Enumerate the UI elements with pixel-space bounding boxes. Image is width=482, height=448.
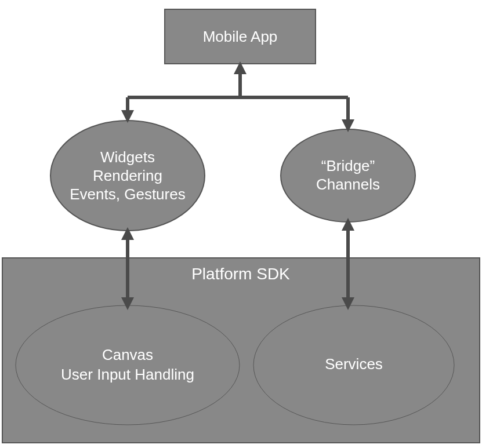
canvas-label-line1: Canvas (102, 346, 153, 363)
services-label: Services (325, 355, 383, 373)
connector-app-to-nodes (121, 61, 354, 132)
widgets-label-line2: Rendering (93, 167, 162, 184)
widgets-label-line1: Widgets (100, 148, 155, 166)
platform-sdk-title: Platform SDK (191, 265, 290, 283)
architecture-diagram: Platform SDK Canvas User Input Handling … (0, 0, 482, 448)
bridge-label-line1: “Bridge” (321, 157, 375, 174)
canvas-label-line2: User Input Handling (61, 366, 194, 383)
mobile-app-label: Mobile App (203, 28, 278, 45)
bridge-label-line2: Channels (316, 176, 380, 193)
widgets-label-line3: Events, Gestures (70, 185, 185, 203)
